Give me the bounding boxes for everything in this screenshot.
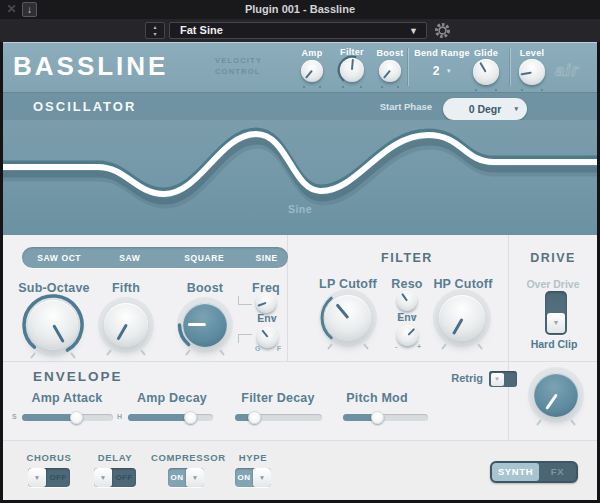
slider-handle[interactable] (70, 411, 83, 424)
oscillator-title: OSCILLATOR (33, 99, 136, 114)
amp-knob[interactable] (301, 60, 323, 82)
hp-cutoff-knob[interactable] (439, 295, 485, 341)
divider (0, 440, 600, 441)
env-max-label: F (277, 345, 281, 352)
hard-clip-label: Hard Clip (508, 338, 600, 350)
fifth-label: Fifth (96, 281, 156, 295)
compressor-state: ON (168, 468, 186, 487)
header-divider (510, 48, 511, 86)
divider (0, 361, 600, 362)
chevron-down-icon: ▼ (409, 23, 418, 40)
env-route-bracket (238, 334, 252, 343)
tab-fx[interactable]: FX (539, 463, 576, 481)
preset-value: Fat Sine (180, 24, 223, 36)
filter-vel-knob-label: Filter (336, 47, 368, 57)
filter-decay-slider[interactable] (235, 414, 322, 421)
hype-state: ON (235, 468, 253, 487)
attack-min-label: S (12, 413, 17, 420)
level-knob[interactable] (519, 59, 545, 85)
slider-handle[interactable] (371, 411, 384, 424)
reso-knob[interactable] (397, 291, 417, 311)
fifth-knob[interactable] (104, 303, 148, 347)
window-title: Plugin 001 - Bassline (0, 3, 600, 15)
amp-attack-slider[interactable] (22, 414, 113, 421)
window-edge (0, 42, 3, 503)
preset-bar: ▴ ▾ Fat Sine ▼ (0, 19, 600, 42)
bend-range-caret-icon[interactable]: ▾ (447, 67, 451, 75)
slider-handle[interactable] (184, 411, 197, 424)
retrig-toggle[interactable]: ▼ (489, 371, 517, 387)
tab-synth[interactable]: SYNTH (492, 463, 539, 481)
waveform-display (0, 120, 600, 235)
tab-saw-oct[interactable]: SAW OCT (22, 253, 96, 263)
chorus-label: CHORUS (19, 452, 79, 463)
wave-name-label: Sine (260, 203, 340, 215)
tab-sine[interactable]: SINE (245, 253, 288, 263)
chorus-toggle[interactable]: ▼ OFF (28, 468, 70, 487)
osc-env-label: Env (252, 312, 282, 324)
drive-knob[interactable] (534, 373, 578, 417)
freq-route-bracket (238, 296, 252, 305)
preset-selector[interactable]: Fat Sine ▼ (169, 22, 427, 39)
header-divider (408, 48, 409, 86)
compressor-label: COMPRESSOR (151, 452, 221, 463)
chorus-state: OFF (46, 468, 70, 487)
slider-handle[interactable] (248, 411, 261, 424)
glide-knob-label: Glide (470, 48, 502, 58)
lp-cutoff-knob[interactable] (325, 295, 371, 341)
tab-square[interactable]: SQUARE (163, 253, 245, 263)
boost-vel-knob[interactable] (379, 60, 401, 82)
tab-saw[interactable]: SAW (96, 253, 163, 263)
toggle-handle[interactable]: ▼ (491, 373, 504, 386)
amp-decay-slider[interactable] (128, 414, 213, 421)
gear-icon[interactable] (433, 21, 452, 40)
pitch-mod-slider[interactable] (343, 414, 428, 421)
toggle-handle[interactable]: ▼ (28, 468, 46, 487)
delay-toggle[interactable]: ▼ OFF (94, 468, 136, 487)
retrig-label: Retrig (413, 372, 483, 384)
plugin-window: Plugin 001 - Bassline ✕ ↓ ▴ ▾ Fat Sine ▼… (0, 0, 600, 503)
boost-knob[interactable] (183, 303, 227, 347)
filter-title: FILTER (347, 251, 467, 265)
velocity-control-label: VELOCITY CONTROL (215, 56, 262, 78)
bassline-logo: BASSLINE (13, 51, 168, 82)
sub-octave-label: Sub-Octave (4, 281, 104, 295)
sub-octave-knob[interactable] (28, 300, 78, 350)
close-icon[interactable]: ✕ (4, 2, 19, 17)
hp-cutoff-label: HP Cutoff (423, 277, 503, 291)
osc-env-range: G F (255, 345, 281, 352)
stepper-down-icon[interactable]: ▾ (153, 31, 156, 37)
lp-cutoff-label: LP Cutoff (308, 277, 388, 291)
envelope-title: ENVELOPE (33, 369, 123, 384)
amp-decay-label: Amp Decay (127, 391, 217, 405)
view-switch: SYNTH FX (490, 461, 578, 483)
title-bar: Plugin 001 - Bassline ✕ ↓ (0, 0, 600, 19)
freq-knob[interactable] (256, 293, 276, 313)
bend-range-value[interactable]: 2 (424, 64, 448, 78)
drive-title: DRIVE (513, 251, 593, 265)
toggle-handle[interactable]: ▼ (253, 468, 271, 487)
drive-mode-switch[interactable]: ▼ (545, 291, 567, 335)
boost-label: Boost (175, 281, 235, 295)
env-plus-label: + (417, 343, 421, 350)
over-drive-label: Over Drive (513, 278, 593, 290)
hype-label: HYPE (223, 452, 283, 463)
delay-state: OFF (112, 468, 136, 487)
filter-env-range: - + (395, 343, 421, 350)
glide-knob[interactable] (473, 59, 499, 85)
start-phase-label: Start Phase (360, 101, 432, 112)
hype-toggle[interactable]: ON ▼ (235, 468, 271, 487)
amp-knob-label: Amp (296, 48, 328, 58)
toggle-handle[interactable]: ▼ (186, 468, 204, 487)
start-phase-dropdown[interactable]: 0 Degr ▾ (443, 98, 527, 120)
air-logo: air (552, 58, 590, 86)
compressor-toggle[interactable]: ON ▼ (168, 468, 204, 487)
env-min-label: G (255, 345, 260, 352)
switch-handle[interactable]: ▼ (547, 313, 565, 333)
download-icon[interactable]: ↓ (22, 2, 37, 17)
chevron-down-icon: ▾ (514, 98, 518, 119)
filter-vel-knob[interactable] (340, 58, 364, 82)
preset-stepper[interactable]: ▴ ▾ (145, 22, 165, 39)
level-knob-label: Level (516, 48, 548, 58)
toggle-handle[interactable]: ▼ (94, 468, 112, 487)
